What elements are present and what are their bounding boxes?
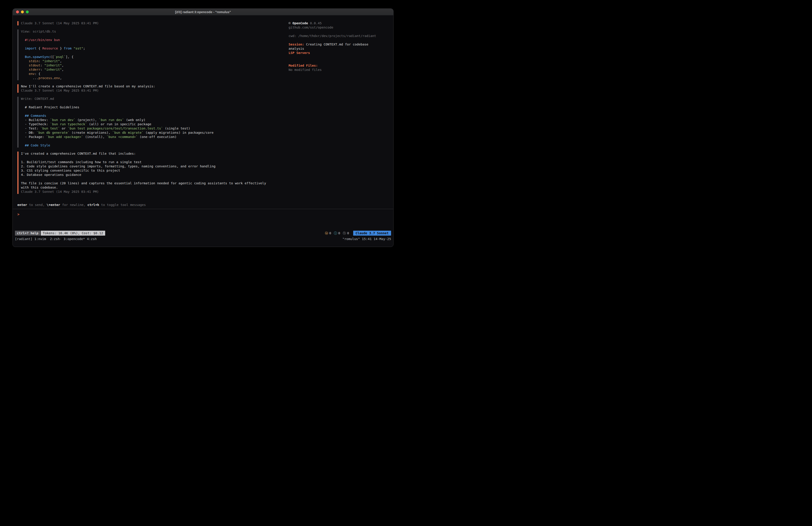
text-segment: spawnSync [32, 55, 50, 59]
text-segment: ## Code Style [25, 144, 50, 147]
text-segment: "sst" [74, 46, 83, 50]
text-line [21, 177, 289, 181]
text-line: The file is concise (20 lines) and captu… [21, 181, 289, 185]
info-count-value: 0 [338, 231, 340, 235]
text-line: - Package: `bun add <package>` (install)… [21, 135, 289, 139]
text-line: with this codebase. [21, 185, 289, 190]
text-segment: with this codebase. [21, 186, 58, 189]
text-segment [21, 68, 29, 71]
text-segment: OpenCode [292, 22, 308, 25]
warning-count: Ⓦ 0 [325, 231, 331, 236]
text-segment: } [58, 46, 64, 50]
text-segment: stdout [29, 63, 40, 67]
text-segment: enter [17, 203, 27, 207]
text-segment: Claude 3.7 Sonnet (14 May 2025 03:41 PM) [21, 190, 99, 194]
text-line: LSP Servers [289, 51, 382, 55]
text-segment [21, 46, 25, 50]
text-segment: to send, [27, 203, 47, 207]
text-segment: , [62, 63, 64, 67]
text-segment: 2. Code style guidelines covering import… [21, 165, 216, 168]
text-segment: Bun [25, 55, 30, 59]
text-segment: ([ [50, 55, 54, 59]
maximize-button[interactable] [26, 11, 29, 13]
text-line: View: script/db.ts [21, 29, 289, 34]
text-segment: for newline, [60, 203, 87, 207]
text-line: - DB: `bun db generate` (create migratio… [21, 131, 289, 135]
text-segment: View: script/db.ts [21, 30, 56, 33]
text-segment: - TypeCheck: [21, 122, 50, 126]
text-line [21, 101, 289, 105]
tool-message-block: Write: CONTEXT.md # Radiant Project Guid… [17, 97, 289, 147]
text-segment: or [60, 127, 68, 130]
text-line [289, 30, 382, 34]
text-segment [21, 59, 29, 63]
text-segment: stdin [29, 59, 39, 63]
text-segment: github.com/sst/opencode [289, 26, 333, 29]
sidebar-panel: © OpenCode 0.0.45github.com/sst/opencode… [289, 21, 393, 202]
text-line: I've created a comprehensive CONTEXT.md … [21, 152, 289, 156]
text-segment [21, 72, 29, 75]
tokens-cost-indicator: Tokens: 16.4K (8%), Cost: $0.12 [41, 231, 105, 236]
text-segment: : [39, 59, 42, 63]
text-line: 3. CSS styling conventions specific to t… [21, 169, 289, 173]
prompt-symbol: > [17, 212, 19, 216]
hint-count: ⓗ 0 [343, 231, 349, 236]
assistant-message-block: Now I'll create a comprehensive CONTEXT.… [17, 84, 289, 93]
hint-count-value: 0 [347, 231, 349, 235]
text-segment: No modified files [289, 68, 321, 72]
text-segment: (all) or run in specific package [87, 122, 151, 126]
model-badge[interactable]: Claude 3.7 Sonnet [353, 231, 391, 236]
titlebar[interactable]: [2/3] radiant:3:opencode - "romulus" [13, 9, 393, 15]
warning-icon: Ⓦ [325, 231, 328, 236]
text-segment: process [39, 76, 52, 80]
text-segment: LSP Servers [289, 51, 310, 55]
text-segment: Claude 3.7 Sonnet (14 May 2025 03:41 PM) [21, 89, 99, 92]
text-line: Claude 3.7 Sonnet (14 May 2025 03:41 PM) [21, 21, 289, 25]
text-segment: "inherit" [42, 59, 60, 63]
text-segment: ctrl+h [87, 203, 99, 207]
text-segment: , [62, 68, 64, 71]
text-line: cwd: /home/thdxr/dev/projects/radiant/ra… [289, 34, 382, 38]
text-segment: ## Commands [25, 114, 46, 117]
text-line: - Test: `bun test` or `bun test packages… [21, 126, 289, 131]
text-segment: `bun run dev` [99, 118, 124, 122]
text-segment: ; [83, 46, 85, 50]
minimize-button[interactable] [21, 11, 24, 13]
text-line: stdin: "inherit", [21, 59, 289, 63]
text-segment: The file is concise (20 lines) and captu… [21, 182, 266, 185]
text-segment: Resource [42, 46, 58, 50]
text-segment: 3. CSS styling conventions specific to t… [21, 169, 120, 172]
text-line: import { Resource } from "sst"; [21, 46, 289, 51]
text-segment: { [37, 46, 42, 50]
tmux-host-time: "romulus" 15:41 14-May-25 [343, 236, 391, 242]
text-line: Now I'll create a comprehensive CONTEXT.… [21, 84, 289, 88]
text-segment: `bun run typecheck` [50, 122, 87, 126]
info-icon: ⓘ [334, 231, 337, 236]
chat-history: Claude 3.7 Sonnet (14 May 2025 03:41 PM)… [13, 21, 289, 202]
message-input[interactable]: > [13, 209, 393, 230]
info-count: ⓘ 0 [334, 231, 340, 236]
text-line: Bun.spawnSync([`psql`], { [21, 55, 289, 59]
text-segment: © [289, 22, 292, 25]
tmux-session-windows[interactable]: [radiant] 1:nvim 2:zsh- 3:opencode* 4:zs… [15, 236, 97, 242]
help-shortcut-button[interactable]: ctrl+? help [15, 231, 40, 236]
text-segment: - Test: [21, 127, 40, 130]
text-segment [21, 63, 29, 67]
text-segment: (project), [75, 118, 99, 122]
text-line [21, 34, 289, 38]
text-segment: #!/usr/bin/env bun [25, 38, 60, 42]
text-segment: `psql` [54, 55, 66, 59]
window-title: [2/3] radiant:3:opencode - "romulus" [175, 10, 231, 14]
text-segment: env [54, 76, 60, 80]
warning-count-value: 0 [329, 231, 331, 235]
close-button[interactable] [16, 11, 19, 13]
text-segment: : [40, 63, 44, 67]
text-segment: stderr [29, 68, 40, 71]
text-segment: (install), [83, 135, 106, 139]
text-segment: from [64, 46, 72, 50]
text-segment: (create migrations), [70, 131, 112, 134]
text-segment: import [25, 46, 36, 50]
main-area: Claude 3.7 Sonnet (14 May 2025 03:41 PM)… [13, 15, 393, 202]
text-segment: , [60, 59, 62, 63]
text-segment: ... [21, 76, 39, 80]
